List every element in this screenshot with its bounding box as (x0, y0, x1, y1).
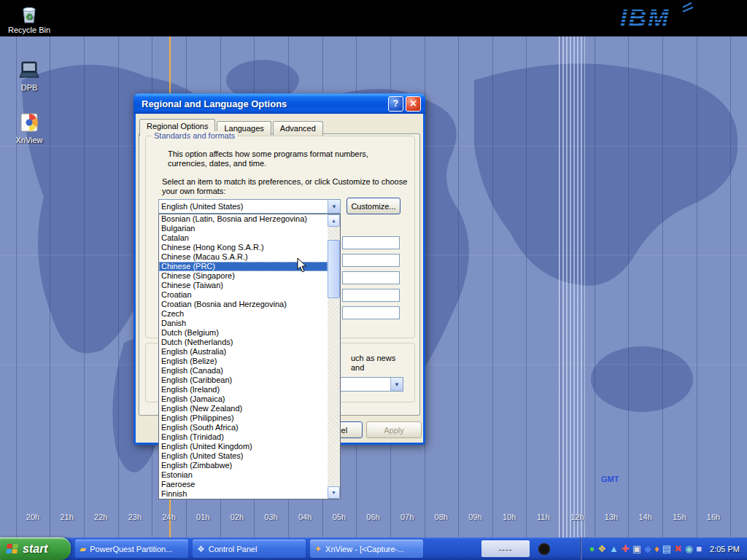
dialog-title: Regional and Language Options (142, 98, 386, 109)
taskbar-task-button[interactable]: ❖Control Panel (193, 540, 306, 558)
customize-button[interactable]: Customize... (347, 198, 400, 214)
timezone-line (730, 36, 731, 537)
hour-label: 04h (293, 513, 317, 521)
language-list-item[interactable]: Finnish (159, 489, 328, 499)
format-combo-value: English (United States) (161, 202, 244, 211)
language-list-item[interactable]: Estonian (159, 470, 328, 480)
apply-button[interactable]: Apply (366, 421, 422, 438)
deskband[interactable]: ---- (481, 540, 530, 557)
scrollbar[interactable]: ▲ ▼ (328, 214, 340, 499)
taskbar-task-button[interactable]: ▰PowerQuest Partition... (75, 540, 188, 558)
task-label: XnView - [<Capture-... (325, 545, 404, 553)
gmt-zone-band (559, 36, 585, 537)
hour-label: 23h (123, 513, 147, 521)
taskbar-task-button[interactable]: ✦XnView - [<Capture-... (310, 540, 423, 558)
language-list: Bosnian (Latin, Bosnia and Herzegovina)B… (158, 214, 341, 499)
scroll-down-button[interactable]: ▼ (328, 486, 340, 499)
control-panel-icon: ❖ (197, 545, 205, 553)
timezone-line (697, 36, 697, 537)
language-list-item[interactable]: English (Ireland) (159, 385, 328, 394)
scrollbar-thumb[interactable] (328, 240, 340, 298)
language-list-item[interactable]: English (Jamaica) (159, 394, 328, 404)
language-list-item[interactable]: English (Philippines) (159, 413, 328, 423)
language-list-item[interactable]: English (United States) (159, 451, 328, 461)
timezone-line (628, 36, 629, 537)
language-list-item[interactable]: Chinese (Hong Kong S.A.R.) (159, 243, 328, 252)
tray-icon[interactable]: ◆ (644, 544, 651, 553)
language-list-item[interactable]: Faeroese (159, 480, 328, 489)
sample-value-box (342, 306, 400, 319)
sample-value-box (342, 236, 400, 249)
folder-icon: ▰ (80, 545, 86, 553)
language-list-item[interactable]: English (Canada) (159, 366, 328, 376)
location-text-fragment: uch as news and (351, 354, 409, 373)
taskbar-clock: 2:05 PM (710, 545, 740, 553)
format-combo[interactable]: English (United States) ▼ (158, 199, 341, 214)
dialog-titlebar[interactable]: Regional and Language Options ? ✕ (133, 93, 425, 114)
language-list-item[interactable]: English (Trinidad) (159, 432, 328, 442)
hour-label: 09h (463, 513, 487, 521)
hour-label: 10h (498, 513, 521, 521)
language-list-item[interactable]: Czech (159, 309, 328, 319)
taskbar: start ▰PowerQuest Partition...❖Control P… (0, 537, 747, 560)
hour-label: 03h (260, 513, 283, 521)
xnview-icon: ✦ (314, 545, 322, 553)
xnview-icon (18, 111, 41, 134)
windows-flag-icon (6, 544, 19, 554)
hour-label: 07h (395, 513, 419, 521)
desktop-icon-recycle-bin[interactable]: ♻ Recycle Bin (1, 4, 57, 34)
tray-icon[interactable]: ▲ (609, 544, 619, 553)
tray-icon[interactable]: ■ (696, 544, 702, 553)
mouse-cursor (297, 257, 307, 273)
chevron-down-icon[interactable]: ▼ (328, 200, 340, 213)
tray-icon[interactable]: ▤ (662, 544, 671, 553)
language-list-item[interactable]: English (Belize) (159, 357, 328, 366)
hour-label: 01h (191, 513, 214, 521)
close-button[interactable]: ✕ (406, 96, 421, 112)
chevron-down-icon[interactable]: ▼ (390, 378, 403, 391)
language-list-item[interactable]: Croatian (159, 290, 328, 300)
task-label: PowerQuest Partition... (90, 545, 172, 553)
timezone-line (492, 36, 493, 537)
language-list-item[interactable]: English (South Africa) (159, 423, 328, 432)
tray-icon[interactable]: ✖ (674, 544, 682, 553)
language-list-item[interactable]: English (Caribbean) (159, 376, 328, 385)
tray-icon[interactable]: ✚ (622, 544, 630, 553)
language-list-item[interactable]: Bosnian (Latin, Bosnia and Herzegovina) (159, 214, 328, 224)
standards-description: This option affects how some programs fo… (168, 149, 409, 168)
language-list-item[interactable]: Danish (159, 319, 328, 328)
hour-label: 24h (158, 513, 181, 521)
scroll-up-button[interactable]: ▲ (328, 214, 340, 227)
language-list-item[interactable]: Croatian (Bosnia and Herzegovina) (159, 300, 328, 309)
sample-value-box (342, 254, 400, 267)
timezone-line (662, 36, 663, 537)
standards-group-title: Standards and formats (152, 131, 237, 140)
tray-icon[interactable]: ♦ (654, 544, 659, 553)
gmt-label: GMT (601, 475, 619, 483)
language-list-item[interactable]: Bulgarian (159, 224, 328, 233)
language-list-item[interactable]: Catalan (159, 233, 328, 243)
language-list-item[interactable]: Dutch (Belgium) (159, 328, 328, 338)
desktop-icon-xnview[interactable]: XnView (1, 111, 57, 144)
start-button[interactable]: start (0, 537, 71, 560)
language-list-item[interactable]: English (Zimbabwe) (159, 461, 328, 470)
language-list-item[interactable]: Dutch (Netherlands) (159, 338, 328, 347)
hour-label: 14h (634, 513, 657, 521)
recycle-bin-icon: ♻ (19, 4, 39, 24)
hour-label: 06h (362, 513, 385, 521)
tray-icon[interactable]: ❖ (597, 544, 606, 553)
language-list-item[interactable]: English (Australia) (159, 347, 328, 357)
tray-icon[interactable]: ◉ (685, 544, 693, 553)
language-list-item[interactable]: English (New Zealand) (159, 404, 328, 413)
help-button[interactable]: ? (388, 96, 403, 112)
tab-advanced[interactable]: Advanced (273, 121, 323, 136)
location-combo[interactable]: ▼ (340, 377, 403, 392)
language-list-item[interactable]: English (United Kingdom) (159, 442, 328, 451)
timezone-line (84, 36, 85, 537)
tray-icon[interactable]: ● (589, 544, 595, 553)
tray-icon[interactable]: ▣ (632, 544, 641, 553)
standards-instruction: Select an item to match its preferences,… (162, 177, 411, 196)
desktop-icon-dpb[interactable]: DPB (1, 60, 57, 92)
language-list-item[interactable]: Chinese (Taiwan) (159, 281, 328, 290)
deskband-icon[interactable] (538, 543, 550, 555)
